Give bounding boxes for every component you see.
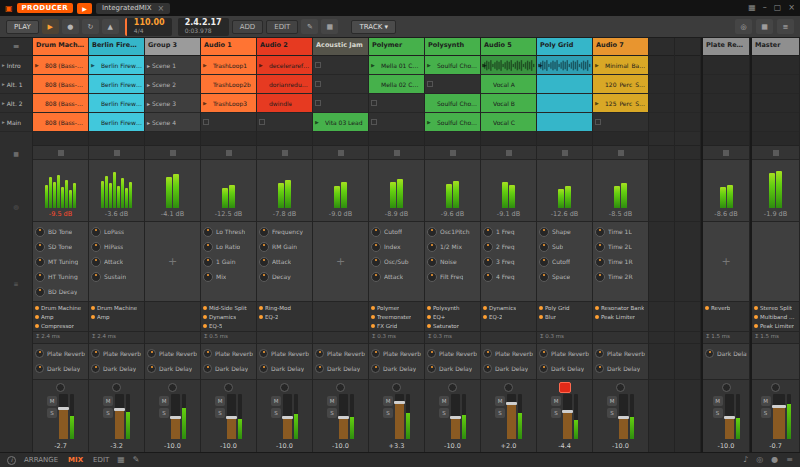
scene-launch-alt-1[interactable]: ▸Alt. 1 [0, 75, 32, 94]
device-item[interactable]: Poly Grid [539, 303, 590, 312]
device-item[interactable]: Polymer [371, 303, 422, 312]
stop-button[interactable] [170, 150, 176, 156]
track-header[interactable]: Acoustic Jam [313, 38, 368, 56]
send-knob[interactable] [315, 349, 324, 358]
clip-slot-empty[interactable] [313, 56, 368, 75]
device-item[interactable]: Peak Limiter [754, 321, 797, 330]
pan-knob[interactable] [504, 383, 513, 392]
solo-button[interactable]: S [103, 408, 113, 418]
knob-icon[interactable] [595, 242, 605, 252]
knob-icon[interactable] [539, 257, 549, 267]
solo-button[interactable]: S [271, 408, 281, 418]
clip[interactable]: 120_Perc_SPFT_13 [593, 75, 648, 94]
knob-icon[interactable] [427, 227, 437, 237]
stop-button[interactable] [773, 150, 779, 156]
knob-icon[interactable] [539, 242, 549, 252]
add-device-button[interactable]: + [147, 224, 198, 299]
stop-button[interactable] [114, 150, 120, 156]
solo-button[interactable]: S [713, 408, 723, 418]
volume-fader[interactable] [395, 394, 404, 439]
mute-button[interactable]: M [383, 396, 393, 406]
send-knob[interactable] [147, 364, 156, 373]
mapping-icon[interactable]: ◎ [756, 456, 763, 464]
clip[interactable]: dorianreduced_C [257, 75, 312, 94]
device-item[interactable]: Treemonster [371, 312, 422, 321]
knob-icon[interactable] [203, 227, 213, 237]
tempo-display[interactable]: 110.00 4/4 [125, 18, 172, 36]
add-device-button[interactable]: + [705, 224, 747, 299]
send-knob[interactable] [35, 364, 44, 373]
clip[interactable]: Soulful Chords 01 B [425, 94, 480, 113]
track-header[interactable]: Master [752, 38, 799, 56]
knob-icon[interactable] [427, 242, 437, 252]
menu-icon[interactable]: ≡ [777, 19, 794, 34]
mute-button[interactable]: M [271, 396, 281, 406]
knob-icon[interactable] [483, 257, 493, 267]
knob-icon[interactable] [91, 242, 101, 252]
mute-button[interactable]: M [327, 396, 337, 406]
device-enabled-icon[interactable] [91, 306, 95, 310]
device-item[interactable]: Stereo Split [754, 303, 797, 312]
panel-menu-icon[interactable]: ≡ [786, 456, 793, 464]
pan-knob[interactable] [722, 383, 731, 392]
send-knob[interactable] [539, 349, 548, 358]
track-header[interactable]: Berlin Firework Kit [89, 38, 144, 56]
device-item[interactable]: Blur [539, 312, 590, 321]
device-item[interactable]: Drum Machine [35, 303, 86, 312]
knob-icon[interactable] [91, 227, 101, 237]
device-enabled-icon[interactable] [539, 315, 543, 319]
device-enabled-icon[interactable] [595, 306, 599, 310]
layout-icon[interactable]: ▦ [756, 19, 773, 34]
solo-button[interactable]: S [47, 408, 57, 418]
device-item[interactable]: Compressor [35, 321, 86, 330]
clip-slot-empty[interactable] [369, 113, 424, 132]
knob-icon[interactable] [427, 257, 437, 267]
volume-fader[interactable] [507, 394, 516, 439]
track-header[interactable]: Polysynth [425, 38, 480, 56]
clip-slot-empty[interactable] [752, 113, 799, 132]
edit-button[interactable]: EDIT [266, 20, 298, 34]
project-play-icon[interactable]: ▶ [77, 3, 92, 14]
pan-knob[interactable] [771, 383, 780, 392]
device-enabled-icon[interactable] [483, 306, 487, 310]
knob-icon[interactable] [483, 272, 493, 282]
knob-icon[interactable] [539, 272, 549, 282]
notifications-icon[interactable]: ● [771, 456, 778, 464]
send-knob[interactable] [147, 349, 156, 358]
view-tab-mix[interactable]: MIX [68, 456, 83, 464]
clip[interactable]: Berlin Firework B [89, 113, 144, 132]
device-enabled-icon[interactable] [371, 324, 375, 328]
send-knob[interactable] [315, 364, 324, 373]
knob-icon[interactable] [35, 257, 45, 267]
stop-button[interactable] [450, 150, 456, 156]
device-enabled-icon[interactable] [203, 315, 207, 319]
track-header[interactable] [649, 38, 674, 56]
scene-launch-alt-2[interactable]: ▸Alt. 2 [0, 94, 32, 113]
send-knob[interactable] [259, 364, 268, 373]
solo-button[interactable]: S [551, 408, 561, 418]
clip-play-icon[interactable]: ▶ [483, 62, 491, 68]
draw-tool-icon[interactable]: ✎ [133, 456, 140, 464]
stop-button[interactable] [562, 150, 568, 156]
position-display[interactable]: 2.4.2.17 0:03.978 [178, 18, 229, 36]
maximize-icon[interactable]: ▢ [774, 4, 782, 12]
send-knob[interactable] [595, 349, 604, 358]
pan-knob[interactable] [112, 383, 121, 392]
clip[interactable] [537, 113, 592, 132]
clip-slot-empty[interactable] [703, 94, 749, 113]
view-tab-arrange[interactable]: ARRANGE [24, 456, 58, 464]
close-icon[interactable]: × [788, 4, 795, 12]
mute-button[interactable]: M [215, 396, 225, 406]
knob-icon[interactable] [595, 257, 605, 267]
volume-fader[interactable] [59, 394, 68, 439]
clip-slot-empty[interactable] [593, 113, 648, 132]
track-header[interactable]: Polymer [369, 38, 424, 56]
knob-icon[interactable] [35, 227, 45, 237]
volume-fader[interactable] [725, 394, 734, 439]
group-scene-slot[interactable]: ▸Scene 2 [145, 75, 200, 94]
stop-button[interactable] [723, 150, 729, 156]
volume-fader[interactable] [171, 394, 180, 439]
device-enabled-icon[interactable] [595, 315, 599, 319]
clip-play-icon[interactable]: ▶ [539, 62, 547, 68]
clip-slot-empty[interactable] [201, 113, 256, 132]
